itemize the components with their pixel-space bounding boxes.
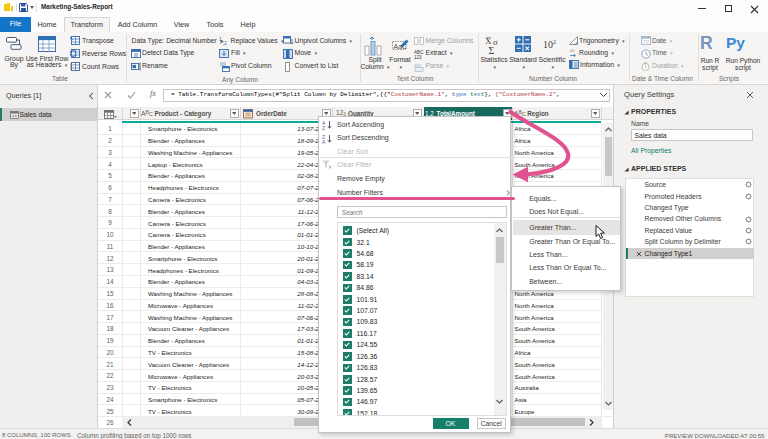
svg-text:Σ: Σ xyxy=(489,44,495,55)
svg-text:abc: abc xyxy=(414,62,422,67)
svg-text:123: 123 xyxy=(414,54,422,59)
svg-text:,2: ,2 xyxy=(222,40,226,46)
svg-text:Z: Z xyxy=(322,125,325,130)
svg-text:A: A xyxy=(322,139,326,144)
svg-text:.00: .00 xyxy=(569,48,575,53)
